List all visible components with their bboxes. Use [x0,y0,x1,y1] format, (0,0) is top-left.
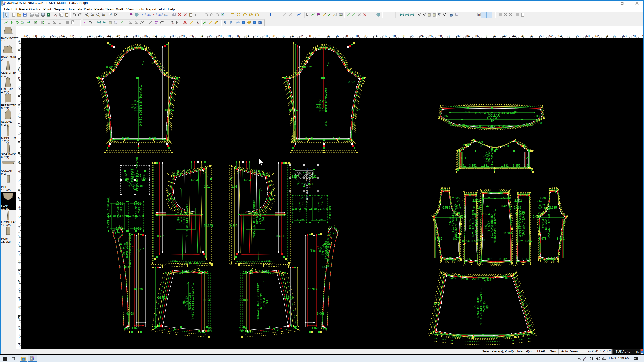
svg-text:TUKA-WN-JT-JUNIOR DENIM: TUKA-WN-JT-JUNIOR DENIM [128,233,131,267]
svg-text:-2: -2 [17,197,21,200]
svg-text:1.01: 1.01 [134,249,140,253]
svg-text:0.5: 0.5 [204,271,209,274]
svg-text:10.453: 10.453 [452,335,461,339]
svg-text:-18: -18 [17,269,21,274]
svg-text:UNIOR DENIM: UNIOR DENIM [130,167,133,184]
svg-text:1.668: 1.668 [460,278,468,281]
svg-text:XS,S,M,L: XS,S,M,L [179,213,182,224]
svg-text:8: 8 [346,34,348,38]
svg-text:11.841: 11.841 [239,298,248,302]
svg-text:3.312: 3.312 [499,257,507,261]
svg-text:0.812: 0.812 [239,330,246,333]
svg-text:SH: SH [130,104,134,108]
svg-text:8.982: 8.982 [435,237,442,240]
svg-text:2.048: 2.048 [459,215,467,218]
svg-text:4: 4 [17,170,21,172]
svg-text:0.416: 0.416 [514,206,521,209]
svg-text:16.329: 16.329 [308,288,317,291]
svg-text:TUKA-WN-JT-JUNIOR DENIM: TUKA-WN-JT-JUNIOR DENIM [327,233,330,267]
svg-text:1.881: 1.881 [496,191,503,195]
svg-text:-20: -20 [217,34,222,38]
svg-text:-46: -46 [97,34,102,38]
svg-text:9.65: 9.65 [273,327,279,331]
svg-text:4.99: 4.99 [523,123,529,126]
svg-text:-18: -18 [226,34,231,38]
svg-text:1.21: 1.21 [330,232,336,235]
svg-text:C-1: C-1 [473,304,476,309]
svg-text:SH: SH [486,305,489,309]
svg-text:12.558: 12.558 [158,296,167,299]
svg-text:0.406: 0.406 [538,206,546,210]
svg-text:X M,L: X M,L [120,207,122,213]
svg-text:8.982: 8.982 [557,237,565,240]
svg-text:-44: -44 [106,34,111,38]
svg-text:-30: -30 [171,34,175,38]
svg-text:1.577: 1.577 [140,177,148,181]
svg-text:13.981: 13.981 [120,265,129,269]
svg-text:4.061: 4.061 [109,215,116,218]
svg-text:XS,S,M,L: XS,S,M,L [259,213,262,224]
svg-text:13.972: 13.972 [351,108,360,112]
svg-text:4.071: 4.071 [119,215,127,218]
svg-text:10.072: 10.072 [150,61,160,65]
svg-text:8.659: 8.659 [525,240,532,243]
svg-text:13.974: 13.974 [289,108,298,112]
svg-text:JKA-V-JT-JL: JKA-V-JT-JL [298,200,301,213]
svg-text:2.602: 2.602 [514,199,522,202]
svg-text:-60: -60 [32,34,37,38]
svg-text:MIDDLE TOP OF BACK: MIDDLE TOP OF BACK [471,210,474,237]
svg-text:0.448: 0.448 [318,47,326,50]
svg-text:-30: -30 [17,325,21,329]
svg-text:TUKA-WN-JT-JUNIOR DENIM: TUKA-WN-JT-JUNIOR DENIM [548,205,550,240]
svg-text:8.62: 8.62 [471,240,477,243]
svg-text:2.368: 2.368 [534,114,541,118]
svg-text:12.557: 12.557 [520,302,530,306]
svg-text:SH: SH [318,248,321,252]
svg-text:0: 0 [17,189,21,191]
svg-text:4.993: 4.993 [243,178,251,182]
svg-text:TUKA-WN-JT-JUNIOR DENIM: TUKA-WN-JT-JUNIOR DENIM [191,283,194,321]
svg-text:1.511: 1.511 [549,190,556,194]
svg-text:TUKA-WN-JT-JL OR DENIM: TUKA-WN-JT-JL OR DENIM [107,197,110,229]
svg-text:0.416: 0.416 [473,206,481,209]
svg-text:X M,L: X M,L [138,207,140,213]
svg-text:BACK BOTTOM 1: BACK BOTTOM 1 [476,295,479,318]
svg-text:3.846: 3.846 [477,125,484,128]
svg-text:TUKA-WN-JT-JUNIOR DENIM: TUKA-WN-JT-JUNIOR DENIM [257,283,260,321]
svg-text:1.01: 1.01 [311,249,317,253]
svg-text:4: 4 [132,48,134,51]
svg-text:-4: -4 [291,34,294,38]
svg-text:-40: -40 [125,34,129,38]
svg-text:-16: -16 [17,260,21,264]
svg-text:4.071: 4.071 [320,208,327,211]
svg-text:4.24: 4.24 [524,156,530,160]
svg-text:SIDE BACK TOP: SIDE BACK TOP [451,213,454,232]
svg-text:13.974: 13.974 [165,108,174,112]
svg-text:1.881: 1.881 [481,164,489,167]
svg-text:1.873: 1.873 [312,326,319,330]
svg-text:-50: -50 [79,34,83,38]
svg-text:2.582: 2.582 [482,197,490,200]
svg-text:0.448: 0.448 [136,47,144,50]
svg-text:8: 8 [17,152,21,154]
svg-text:5.019: 5.019 [503,276,510,280]
svg-text:3.447: 3.447 [548,257,555,260]
svg-text:FRONT FACING: FRONT FACING [126,241,128,259]
svg-text:5.786: 5.786 [305,136,313,140]
svg-text:TUKA-WN-JT-JUNIOR: TUKA-WN-JT-JUNIOR [474,211,477,236]
svg-text:XS,S SH: XS,S SH [516,219,519,229]
svg-text:0.812: 0.812 [205,330,212,333]
svg-text:6.835: 6.835 [264,259,271,263]
svg-text:X M,L: X M,L [301,201,304,207]
svg-text:XS,S,M,L: XS,S,M,L [483,301,486,312]
svg-text:0.5: 0.5 [243,271,247,274]
svg-text:FRONT FACING: FRONT FACING [324,241,327,259]
svg-text:-36: -36 [143,34,148,38]
svg-text:-8: -8 [272,34,275,38]
svg-text:XS,S,M,L: XS,S,M,L [185,296,188,307]
svg-text:-34: -34 [17,343,21,347]
svg-text:6.068: 6.068 [126,312,134,315]
svg-text:-22: -22 [17,288,21,292]
svg-text:-54: -54 [60,34,65,38]
svg-text:JKA-V-JT-JL: JKA-V-JT-JL [117,206,119,219]
